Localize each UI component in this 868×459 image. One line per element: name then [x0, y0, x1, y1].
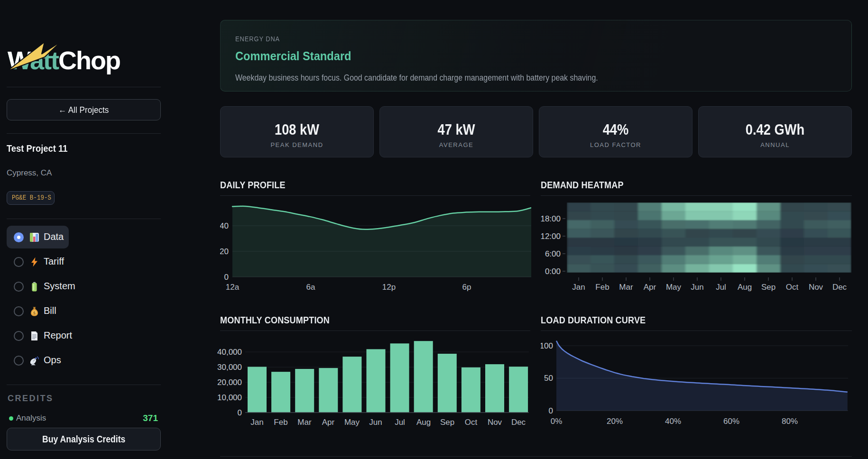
svg-text:20: 20: [220, 247, 229, 256]
svg-text:6a: 6a: [306, 283, 315, 292]
svg-text:Mar: Mar: [619, 283, 633, 292]
svg-text:Jan: Jan: [572, 283, 585, 292]
svg-text:10,000: 10,000: [217, 393, 242, 402]
svg-text:100: 100: [541, 341, 553, 350]
svg-text:Mar: Mar: [297, 418, 312, 427]
svg-text:Apr: Apr: [322, 418, 335, 427]
svg-text:30,000: 30,000: [217, 363, 242, 372]
svg-text:0: 0: [224, 273, 229, 282]
svg-text:12:00: 12:00: [541, 232, 561, 241]
svg-text:Jul: Jul: [716, 283, 726, 292]
svg-text:6p: 6p: [462, 283, 471, 292]
svg-text:0%: 0%: [551, 417, 563, 426]
svg-text:0: 0: [549, 406, 553, 415]
svg-text:Dec: Dec: [832, 283, 847, 292]
svg-text:40,000: 40,000: [217, 348, 242, 357]
svg-text:Sep: Sep: [440, 418, 454, 427]
svg-text:0:00: 0:00: [545, 267, 561, 276]
svg-text:40%: 40%: [665, 417, 681, 426]
svg-text:50: 50: [544, 374, 553, 383]
svg-text:Jan: Jan: [250, 418, 263, 427]
svg-text:$: $: [33, 310, 36, 315]
svg-text:Jun: Jun: [691, 283, 703, 292]
svg-text:Aug: Aug: [416, 418, 431, 427]
svg-text:80%: 80%: [782, 417, 798, 426]
svg-text:Aug: Aug: [738, 283, 752, 292]
svg-text:12p: 12p: [382, 283, 396, 292]
svg-text:Sep: Sep: [761, 283, 776, 292]
svg-text:Apr: Apr: [644, 283, 656, 292]
svg-text:May: May: [344, 418, 360, 427]
svg-text:60%: 60%: [723, 417, 739, 426]
svg-text:Feb: Feb: [274, 418, 287, 427]
svg-text:Oct: Oct: [465, 418, 478, 427]
svg-text:6:00: 6:00: [545, 249, 561, 258]
svg-text:Nov: Nov: [488, 418, 502, 427]
svg-text:0: 0: [238, 408, 242, 417]
svg-text:20%: 20%: [607, 417, 623, 426]
svg-text:40: 40: [220, 221, 229, 230]
svg-text:Jun: Jun: [369, 418, 382, 427]
svg-text:20,000: 20,000: [217, 378, 242, 387]
svg-text:Nov: Nov: [809, 283, 823, 292]
svg-text:12a: 12a: [226, 283, 240, 292]
svg-text:Dec: Dec: [511, 418, 526, 427]
svg-text:May: May: [666, 283, 682, 292]
svg-text:Feb: Feb: [595, 283, 609, 292]
svg-text:18:00: 18:00: [541, 214, 561, 223]
svg-text:Jul: Jul: [395, 418, 405, 427]
svg-text:Oct: Oct: [786, 283, 799, 292]
